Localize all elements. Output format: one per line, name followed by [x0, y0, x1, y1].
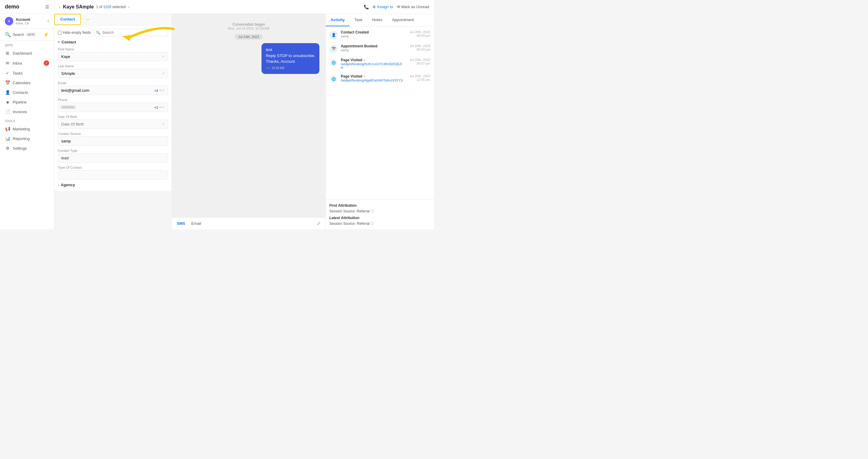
- tab-activity[interactable]: Activity: [326, 14, 349, 26]
- account-info: Account Irvine, CA: [16, 18, 45, 25]
- contact-type-select[interactable]: lead customer: [58, 153, 168, 163]
- sidebar-item-pipeline[interactable]: ◈ Pipeline: [0, 97, 54, 107]
- activity-page-icon: 🌐: [329, 59, 338, 67]
- field-last-name: Last Name ⤢: [58, 64, 168, 78]
- sidebar-item-label: Reporting: [13, 136, 30, 141]
- sidebar-item-tasks[interactable]: ✓ Tasks: [0, 68, 54, 78]
- activity-meta: Jul 20th, 2023 12:05 am: [406, 74, 430, 82]
- field-input-wrapper: •••••••••• +1 ✏ ⤢: [58, 103, 168, 112]
- hamburger-icon[interactable]: ☰: [45, 4, 49, 9]
- conversation-area: Conversation began Mon, Jul 24 2023, 10:…: [172, 14, 326, 217]
- field-label: Phone: [58, 98, 168, 102]
- search-icon: 🔍: [5, 32, 11, 37]
- activity-link[interactable]: /widget/booking/4gp8GaX4rFSdmzX91Y1i: [341, 79, 403, 82]
- envelope-icon: ✉: [397, 4, 400, 9]
- expand-icon[interactable]: ⤢: [162, 122, 165, 126]
- field-email: Email +2 ✏ ⤢: [58, 81, 168, 95]
- contact-section-header: ▾ Contact: [58, 40, 168, 45]
- field-contact-source: Contact Source: [58, 132, 168, 146]
- hide-empty-checkbox[interactable]: [58, 31, 62, 35]
- message-bubble: test Reply STOP to unsubscribe. Thanks, …: [261, 43, 319, 74]
- dob-input[interactable]: [61, 122, 162, 126]
- settings-icon: ⚙: [5, 146, 10, 151]
- edit-icon[interactable]: ✏: [159, 88, 162, 92]
- tab-appointment[interactable]: Appointment: [387, 14, 419, 26]
- hide-empty-checkbox-label[interactable]: Hide empty fields: [58, 30, 91, 35]
- conversation-bottom: SMS Email ⤢: [172, 217, 326, 229]
- sidebar-item-label: Inbox: [13, 61, 22, 65]
- assign-label: Assign to: [377, 4, 393, 9]
- sidebar-item-calendars[interactable]: 📅 Calendars: [0, 78, 54, 87]
- top-bar: ‹ Kaye SAmple 1 of 1028 selected › 📞 ⊕ A…: [54, 0, 434, 14]
- search-label: Search: [13, 33, 24, 37]
- phone-call-button[interactable]: 📞: [364, 4, 369, 9]
- info-icon[interactable]: ⓘ: [371, 209, 374, 213]
- fields-search-input[interactable]: [102, 30, 165, 35]
- type-of-contact-select[interactable]: [58, 170, 168, 179]
- tab-task[interactable]: Task: [349, 14, 367, 26]
- activity-content: Page Visited ⎘ /widget/booking/hUK1cxGYC…: [341, 58, 403, 69]
- activity-appointment-icon: 📅: [329, 45, 338, 53]
- sms-tab[interactable]: SMS: [177, 221, 185, 226]
- account-switcher[interactable]: A Account Irvine, CA ▾: [0, 14, 54, 29]
- activity-subtitle: samp: [341, 34, 403, 38]
- sidebar-item-contacts[interactable]: 👤 Contacts: [0, 87, 54, 97]
- sidebar-item-dashboard[interactable]: ⊞ Dashboard: [0, 48, 54, 58]
- sidebar-item-label: Calendars: [13, 81, 30, 85]
- fields-search-box[interactable]: 🔍: [93, 29, 168, 36]
- field-input-wrapper: ⤢: [58, 69, 168, 78]
- activity-page-icon: 🌐: [329, 75, 338, 83]
- activity-meta: Jul 20th, 2023 09:59 pm: [406, 30, 430, 37]
- account-name: Account: [16, 18, 45, 22]
- edit-icon[interactable]: ✏: [159, 105, 162, 109]
- tab-bar: Contact ···: [54, 14, 172, 25]
- last-name-input[interactable]: [61, 71, 162, 76]
- expand-icon[interactable]: ⤢: [162, 88, 165, 92]
- first-name-input[interactable]: [61, 54, 162, 59]
- tab-notes[interactable]: Notes: [367, 14, 387, 26]
- reporting-icon: 📊: [5, 136, 10, 141]
- info-icon[interactable]: ⓘ: [371, 221, 374, 226]
- agency-section[interactable]: › Agency: [58, 182, 168, 187]
- copy-icon[interactable]: ⎘: [364, 59, 365, 62]
- sidebar-item-inbox[interactable]: ✉ Inbox 2: [0, 58, 54, 68]
- sidebar-item-marketing[interactable]: 📢 Marketing: [0, 124, 54, 134]
- date-badge-container: Jul 24th, 2023: [178, 34, 319, 39]
- sidebar-item-label: Settings: [13, 146, 27, 151]
- expand-icon[interactable]: ⤢: [162, 55, 165, 59]
- search-trigger[interactable]: 🔍 Search ctrl K ⚡: [0, 29, 54, 41]
- nav-forward-button[interactable]: ›: [128, 4, 130, 9]
- sidebar-logo: demo ☰: [0, 0, 54, 14]
- sidebar-item-label: Invoices: [13, 110, 27, 114]
- activity-item: 🌐 Page Visited ⎘ /widget/booking/4gp8GaX…: [329, 74, 430, 83]
- sidebar-item-settings[interactable]: ⚙ Settings: [0, 143, 54, 153]
- activity-link[interactable]: /widget/booking/hUK1cxGYCdfmDjXQEZrH: [341, 62, 403, 69]
- field-input-wrapper: ⤢: [58, 52, 168, 61]
- mark-unread-button[interactable]: ✉ Mark as Unread: [397, 4, 429, 9]
- email-count-badge[interactable]: +2: [154, 89, 158, 92]
- contact-source-input[interactable]: [61, 139, 165, 143]
- conversation-began: Conversation began Mon, Jul 24 2023, 10:…: [178, 22, 319, 30]
- contact-count: 1 of 1028 selected: [96, 5, 126, 9]
- tab-more[interactable]: ···: [81, 14, 95, 25]
- dashboard-icon: ⊞: [5, 51, 10, 56]
- field-input-wrapper: [58, 136, 168, 146]
- activity-subtitle: samp: [341, 48, 403, 52]
- expand-icon[interactable]: ⤢: [162, 105, 165, 109]
- sidebar-item-reporting[interactable]: 📊 Reporting: [0, 134, 54, 143]
- assign-to-button[interactable]: ⊕ Assign to: [372, 4, 393, 9]
- sidebar-item-invoices[interactable]: 📄 Invoices: [0, 107, 54, 116]
- nav-back-button[interactable]: ‹: [59, 4, 61, 9]
- contact-count-link[interactable]: 1028: [103, 5, 111, 9]
- account-avatar: A: [5, 17, 13, 25]
- field-label: Contact Type: [58, 149, 168, 152]
- tab-contact[interactable]: Contact: [54, 14, 81, 25]
- phone-count-badge[interactable]: +1: [154, 106, 158, 109]
- assign-plus-icon: ⊕: [372, 4, 376, 9]
- expand-button[interactable]: ⤢: [317, 221, 320, 226]
- expand-icon[interactable]: ⤢: [162, 71, 165, 76]
- copy-icon[interactable]: ⎘: [364, 75, 365, 78]
- email-input[interactable]: [61, 88, 154, 93]
- activity-content: Page Visited ⎘ /widget/booking/4gp8GaX4r…: [341, 74, 403, 82]
- email-tab[interactable]: Email: [191, 221, 201, 226]
